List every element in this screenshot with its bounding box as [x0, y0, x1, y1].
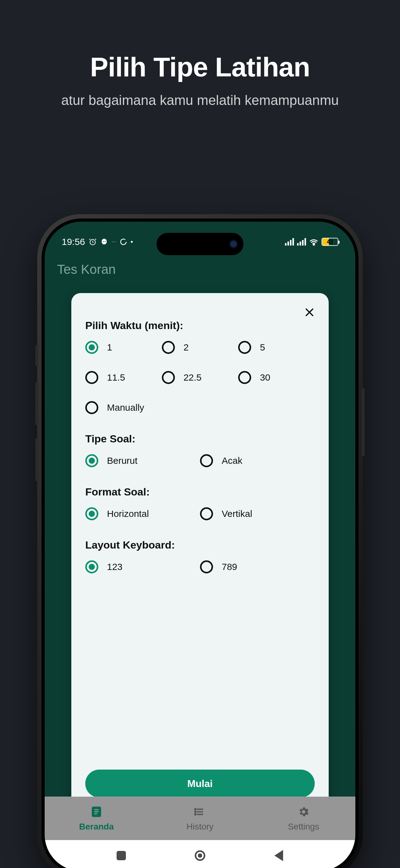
- android-nav-bar: [45, 840, 355, 868]
- alarm-icon: [89, 238, 97, 246]
- radio-option-waktu-1[interactable]: 1: [85, 341, 162, 354]
- wifi-icon: [309, 238, 319, 246]
- hotspot-icon: ⋯: [112, 239, 116, 244]
- skull-icon: [100, 238, 108, 246]
- status-dot: [131, 241, 133, 243]
- radio-option-keyboard-789[interactable]: 789: [200, 560, 315, 574]
- phone-side-button: [35, 438, 38, 481]
- section-title-waktu: Pilih Waktu (menit):: [85, 319, 315, 332]
- radio-label: 30: [260, 372, 270, 383]
- svg-point-5: [195, 809, 196, 810]
- radio-icon: [85, 401, 98, 414]
- gear-icon: [297, 806, 310, 819]
- radio-label: 789: [222, 562, 237, 572]
- promo-subtitle: atur bagaimana kamu melatih kemampuanmu: [0, 92, 400, 108]
- tab-label: Beranda: [79, 822, 114, 832]
- svg-point-7: [195, 814, 196, 815]
- dynamic-island: [157, 233, 243, 255]
- phone-side-button: [35, 345, 38, 366]
- tab-label: Settings: [288, 822, 319, 832]
- tab-beranda[interactable]: Beranda: [45, 797, 148, 840]
- list-icon: [90, 806, 103, 819]
- radio-icon: [85, 371, 98, 384]
- radio-label: 1: [107, 342, 112, 353]
- signal-icon: [297, 238, 306, 246]
- radio-option-waktu-22-5[interactable]: 22.5: [162, 371, 238, 384]
- close-button[interactable]: [303, 306, 316, 319]
- radio-label: Manually: [107, 402, 144, 413]
- section-title-tipe: Tipe Soal:: [85, 433, 315, 445]
- sync-icon: [120, 238, 127, 246]
- nav-home-button[interactable]: [193, 849, 207, 862]
- phone-frame: 19:56 ⋯: [37, 214, 363, 868]
- battery-percent: 43: [322, 239, 338, 245]
- radio-option-waktu-30[interactable]: 30: [238, 371, 315, 384]
- signal-icon: [285, 238, 294, 246]
- status-time: 19:56: [62, 237, 85, 247]
- radio-icon: [85, 560, 98, 574]
- app-title: Tes Koran: [57, 262, 116, 277]
- radio-option-tipe-acak[interactable]: Acak: [200, 454, 315, 467]
- tab-settings[interactable]: Settings: [252, 797, 355, 840]
- radio-label: 2: [184, 342, 189, 353]
- radio-icon: [238, 371, 251, 384]
- radio-label: Horizontal: [107, 508, 149, 519]
- radio-icon: [85, 341, 98, 354]
- start-button[interactable]: Mulai: [85, 770, 315, 798]
- radio-option-waktu-manually[interactable]: Manually: [85, 401, 162, 414]
- history-icon: [194, 806, 206, 819]
- promo-title: Pilih Tipe Latihan: [0, 51, 400, 83]
- svg-point-2: [105, 241, 106, 242]
- phone-side-button: [35, 382, 38, 425]
- svg-point-6: [195, 811, 196, 812]
- radio-label: Berurut: [107, 456, 137, 466]
- radio-icon: [238, 341, 251, 354]
- radio-option-waktu-11-5[interactable]: 11.5: [85, 371, 162, 384]
- radio-label: 123: [107, 562, 123, 572]
- radio-label: Acak: [222, 456, 242, 466]
- section-title-format: Format Soal:: [85, 486, 315, 498]
- settings-modal: Pilih Waktu (menit): 1 2 5: [71, 293, 329, 811]
- radio-icon: [200, 507, 213, 520]
- radio-label: Vertikal: [222, 508, 252, 519]
- radio-option-format-vertikal[interactable]: Vertikal: [200, 507, 315, 520]
- radio-option-tipe-berurut[interactable]: Berurut: [85, 454, 200, 467]
- battery-icon: 43: [322, 238, 338, 246]
- radio-option-format-horizontal[interactable]: Horizontal: [85, 507, 200, 520]
- radio-label: 5: [260, 342, 265, 353]
- svg-point-3: [313, 244, 314, 246]
- radio-label: 22.5: [184, 372, 202, 383]
- radio-icon: [85, 507, 98, 520]
- section-title-keyboard: Layout Keyboard:: [85, 539, 315, 551]
- screen: 19:56 ⋯: [45, 222, 355, 868]
- radio-icon: [85, 454, 98, 467]
- front-camera: [229, 240, 238, 248]
- phone-side-button: [362, 388, 365, 456]
- radio-icon: [200, 560, 213, 574]
- radio-option-waktu-2[interactable]: 2: [162, 341, 238, 354]
- radio-icon: [162, 371, 175, 384]
- nav-back-button[interactable]: [272, 849, 286, 862]
- radio-icon: [162, 341, 175, 354]
- radio-option-keyboard-123[interactable]: 123: [85, 560, 200, 574]
- tab-label: History: [186, 822, 213, 832]
- radio-option-waktu-5[interactable]: 5: [238, 341, 315, 354]
- radio-icon: [200, 454, 213, 467]
- nav-recent-button[interactable]: [114, 849, 128, 862]
- tab-history[interactable]: History: [148, 797, 252, 840]
- radio-label: 11.5: [107, 372, 125, 383]
- svg-point-1: [103, 241, 104, 242]
- bottom-tabs: Beranda History Settings: [45, 797, 355, 840]
